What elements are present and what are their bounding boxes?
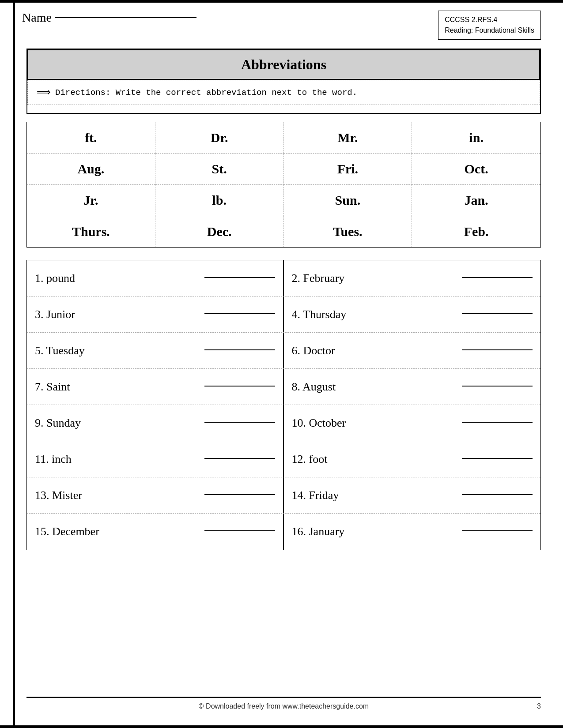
abbrev-cell: Jr.	[27, 185, 155, 216]
exercise-right: 4. Thursday	[284, 296, 541, 332]
footer-text: © Downloaded freely from www.theteachers…	[199, 702, 369, 710]
exercise-row: 13. Mister 14. Friday	[27, 477, 540, 514]
abbrev-cell: Feb.	[412, 216, 540, 247]
exercise-left: 1. pound	[27, 260, 284, 296]
abbrev-cell: Dr.	[155, 122, 284, 154]
answer-line-left	[204, 313, 275, 314]
exercise-right-word: 16. January	[292, 525, 458, 538]
exercise-right: 2. February	[284, 260, 541, 296]
exercise-right-word: 6. Doctor	[292, 344, 458, 357]
answer-line-right	[462, 277, 533, 278]
exercise-left: 9. Sunday	[27, 405, 284, 441]
abbrev-cell: Sun.	[284, 185, 412, 216]
exercise-left: 5. Tuesday	[27, 333, 284, 368]
header: Name CCCSS 2.RFS.4 Reading: Foundational…	[0, 3, 563, 44]
exercise-container: 1. pound 2. February 3. Junior 4. Thursd…	[26, 260, 541, 550]
answer-line-right	[462, 386, 533, 387]
answer-line-right	[462, 349, 533, 350]
directions-box: ⟹ Directions: Write the correct abbrevia…	[27, 80, 540, 105]
footer: © Downloaded freely from www.theteachers…	[26, 697, 541, 710]
answer-line-right	[462, 422, 533, 423]
abbrev-cell: Dec.	[155, 216, 284, 247]
exercise-right: 16. January	[284, 514, 541, 550]
exercise-left-word: 11. inch	[35, 453, 200, 466]
abbrev-cell: Mr.	[284, 122, 412, 154]
standards-line1: CCCSS 2.RFS.4	[445, 15, 534, 25]
exercise-left: 3. Junior	[27, 296, 284, 332]
answer-line-left	[204, 530, 275, 531]
arrow-icon: ⟹	[37, 86, 51, 98]
answer-line-left	[204, 458, 275, 459]
exercise-row: 7. Saint 8. August	[27, 369, 540, 405]
exercise-right-word: 2. February	[292, 272, 458, 285]
exercise-left-word: 13. Mister	[35, 489, 200, 502]
exercise-left-word: 15. December	[35, 525, 200, 538]
answer-line-left	[204, 277, 275, 278]
answer-line-left	[204, 494, 275, 495]
exercise-left-word: 3. Junior	[35, 308, 200, 321]
exercise-left: 13. Mister	[27, 477, 284, 513]
abbrev-cell: Jan.	[412, 185, 540, 216]
answer-line-left	[204, 422, 275, 423]
abbrev-cell: St.	[155, 154, 284, 185]
exercise-left: 11. inch	[27, 441, 284, 477]
exercise-row: 11. inch 12. foot	[27, 441, 540, 477]
left-border	[13, 0, 15, 728]
abbrev-cell: Fri.	[284, 154, 412, 185]
abbrev-cell: Oct.	[412, 154, 540, 185]
exercise-left-word: 1. pound	[35, 272, 200, 285]
abbrev-cell: in.	[412, 122, 540, 154]
exercise-row: 3. Junior 4. Thursday	[27, 296, 540, 333]
abbrev-cell: lb.	[155, 185, 284, 216]
standards-line2: Reading: Foundational Skills	[445, 25, 534, 36]
title: Abbreviations	[27, 49, 540, 80]
exercise-right-word: 8. August	[292, 380, 458, 394]
exercise-row: 9. Sunday 10. October	[27, 405, 540, 441]
name-underline	[55, 17, 196, 18]
directions-text: Directions: Write the correct abbreviati…	[55, 88, 357, 98]
title-directions-container: Abbreviations ⟹ Directions: Write the co…	[26, 49, 541, 114]
answer-line-left	[204, 386, 275, 387]
exercise-right: 12. foot	[284, 441, 541, 477]
answer-line-right	[462, 530, 533, 531]
abbrev-cell: ft.	[27, 122, 155, 154]
page: Name CCCSS 2.RFS.4 Reading: Foundational…	[0, 0, 563, 728]
page-number: 3	[537, 702, 541, 710]
abbrev-cell: Thurs.	[27, 216, 155, 247]
abbreviations-grid: ft.Dr.Mr.in.Aug.St.Fri.Oct.Jr.lb.Sun.Jan…	[26, 122, 541, 248]
standards-box: CCCSS 2.RFS.4 Reading: Foundational Skil…	[438, 11, 541, 40]
exercise-left-word: 7. Saint	[35, 380, 200, 394]
exercise-right-word: 10. October	[292, 417, 458, 430]
exercise-row: 15. December 16. January	[27, 514, 540, 550]
exercise-right: 14. Friday	[284, 477, 541, 513]
exercise-left-word: 5. Tuesday	[35, 344, 200, 357]
exercise-right: 6. Doctor	[284, 333, 541, 368]
exercise-right: 8. August	[284, 369, 541, 405]
exercise-row: 5. Tuesday 6. Doctor	[27, 333, 540, 369]
main-content: Abbreviations ⟹ Directions: Write the co…	[0, 44, 563, 555]
exercise-right-word: 4. Thursday	[292, 308, 458, 321]
exercise-right-word: 14. Friday	[292, 489, 458, 502]
name-label: Name	[22, 11, 52, 25]
abbrev-cell: Tues.	[284, 216, 412, 247]
abbrev-cell: Aug.	[27, 154, 155, 185]
exercise-left-word: 9. Sunday	[35, 417, 200, 430]
exercise-right-word: 12. foot	[292, 453, 458, 466]
answer-line-left	[204, 349, 275, 350]
answer-line-right	[462, 458, 533, 459]
exercise-left: 7. Saint	[27, 369, 284, 405]
exercise-right: 10. October	[284, 405, 541, 441]
bottom-border	[0, 725, 563, 728]
answer-line-right	[462, 494, 533, 495]
answer-line-right	[462, 313, 533, 314]
exercise-left: 15. December	[27, 514, 284, 550]
name-section: Name	[22, 11, 196, 25]
exercise-row: 1. pound 2. February	[27, 260, 540, 296]
